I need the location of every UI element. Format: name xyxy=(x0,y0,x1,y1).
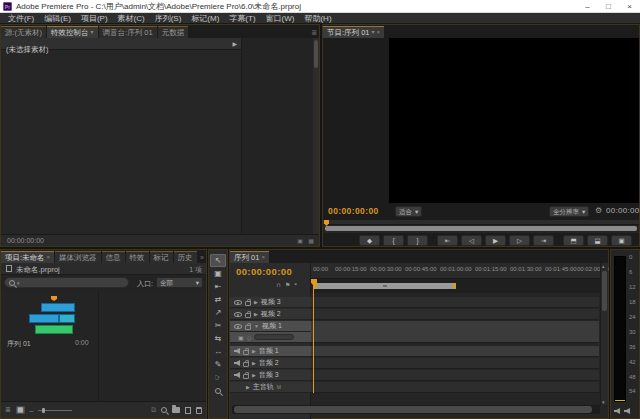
toggle-track-output-icon[interactable] xyxy=(234,300,242,305)
program-time-ruler[interactable] xyxy=(323,220,639,225)
tab-markers[interactable]: 标记 xyxy=(150,251,173,263)
settings-wrench-icon[interactable]: ⚙ xyxy=(595,206,602,215)
toggle-track-output-icon[interactable] xyxy=(234,348,240,354)
playback-resolution-select[interactable]: 全分辨率▾ xyxy=(549,206,589,217)
collapse-icon[interactable]: ▶ xyxy=(246,384,250,390)
program-scrollbar[interactable] xyxy=(325,226,637,231)
menu-file[interactable]: 文件(F) xyxy=(3,13,39,23)
extract-button[interactable]: ⬓ xyxy=(587,235,608,246)
menu-sequence[interactable]: 序列(S) xyxy=(150,13,187,23)
menu-edit[interactable]: 编辑(E) xyxy=(39,13,76,23)
step-back-button[interactable]: ◁ xyxy=(461,235,482,246)
lift-button[interactable]: ⬒ xyxy=(563,235,584,246)
collapse-icon[interactable]: ▶ xyxy=(252,372,256,378)
rate-stretch-tool[interactable]: ↗ xyxy=(210,306,226,319)
ecp-clip-header[interactable]: (未选择素材) ▶ xyxy=(1,38,241,50)
tab-info[interactable]: 信息 xyxy=(102,251,125,263)
project-search-input[interactable]: ▾ xyxy=(4,277,129,288)
tab-history[interactable]: 历史 xyxy=(174,251,197,263)
ecp-timeline-area[interactable] xyxy=(241,38,313,234)
sync-lock-icon[interactable] xyxy=(243,350,249,355)
ripple-edit-tool[interactable]: ⇤ xyxy=(210,280,226,293)
collapse-icon[interactable]: ▶ xyxy=(254,299,258,305)
collapse-icon[interactable]: ▶ xyxy=(252,360,256,366)
left-channel-speaker-icon[interactable] xyxy=(614,408,620,414)
timeline-hscrollbar[interactable] xyxy=(232,405,600,414)
export-frame-button[interactable]: ▣ xyxy=(611,235,632,246)
icon-view-button[interactable]: ▦ xyxy=(16,406,25,414)
set-display-style-icon[interactable]: ▣ xyxy=(238,334,244,341)
menu-title[interactable]: 字幕(T) xyxy=(224,13,260,23)
lane-audio-2[interactable] xyxy=(311,358,599,369)
ecp-scrollbar[interactable] xyxy=(313,38,319,234)
timeline-ruler[interactable]: 00:00 00:00:15:00 00:00:30:00 00:00:45:0… xyxy=(311,263,601,279)
track-header-audio-1[interactable]: ▶ 音频 1 xyxy=(230,346,311,357)
track-header-master[interactable]: ▶ 主音轨 M xyxy=(230,382,311,393)
track-header-video-3[interactable]: ▶ 视频 3 xyxy=(230,297,311,308)
timeline-vscrollbar-thumb[interactable] xyxy=(602,271,607,311)
rolling-edit-tool[interactable]: ⇄ xyxy=(210,293,226,306)
collapse-icon[interactable]: ▶ xyxy=(252,348,256,354)
tab-effect-controls[interactable]: 特效控制台▾ xyxy=(47,26,98,38)
timeline-hscrollbar-thumb[interactable] xyxy=(234,406,592,413)
hand-tool[interactable]: ☞ xyxy=(210,371,226,384)
snap-toggle-button[interactable]: ∩ xyxy=(276,281,281,288)
minimize-button[interactable]: – xyxy=(577,0,598,13)
work-area-end-handle[interactable] xyxy=(453,283,456,289)
close-tab-icon[interactable]: × xyxy=(261,252,265,263)
tab-audio-mixer[interactable]: 调音台:序列 01 xyxy=(99,26,157,38)
slip-tool[interactable]: ⇆ xyxy=(210,332,226,345)
track-header-video-2[interactable]: ▶ 视频 2 xyxy=(230,309,311,320)
encore-marker-button[interactable]: ⚑ xyxy=(285,281,290,288)
automate-to-sequence-button[interactable]: ⧉ xyxy=(151,406,156,414)
go-to-out-button[interactable]: ⇥ xyxy=(533,235,554,246)
new-bin-button[interactable] xyxy=(172,407,180,413)
menu-project[interactable]: 项目(P) xyxy=(76,13,113,23)
new-item-button[interactable] xyxy=(185,407,191,414)
tab-effects[interactable]: 特效 xyxy=(126,251,149,263)
mark-out-button[interactable]: } xyxy=(407,235,428,246)
close-tab-icon[interactable]: × xyxy=(377,27,381,38)
tab-source-monitor[interactable]: 源:(无素材) xyxy=(1,26,46,38)
maximize-button[interactable]: □ xyxy=(598,0,619,13)
sync-lock-icon[interactable] xyxy=(243,374,249,379)
tab-program-monitor[interactable]: 节目:序列 01 ▾ × xyxy=(323,26,384,38)
close-button[interactable]: × xyxy=(619,0,640,13)
timeline-vscrollbar[interactable]: ▴ ▾ xyxy=(600,263,608,405)
lane-video-1[interactable] xyxy=(311,321,599,343)
sync-lock-icon[interactable] xyxy=(243,362,249,367)
tab-project[interactable]: 项目:未命名× xyxy=(1,251,54,263)
tab-overflow-icon[interactable]: » xyxy=(200,253,204,262)
ecp-scrollbar-thumb[interactable] xyxy=(314,40,318,68)
razor-tool[interactable]: ✂ xyxy=(210,319,226,332)
right-channel-speaker-icon[interactable] xyxy=(624,408,630,414)
lane-master[interactable] xyxy=(311,382,599,393)
toggle-track-output-icon[interactable] xyxy=(234,372,240,378)
sync-lock-icon[interactable] xyxy=(245,325,251,330)
menu-marker[interactable]: 标记(M) xyxy=(186,13,224,23)
lane-audio-3[interactable] xyxy=(311,370,599,381)
slide-tool[interactable]: ↔ xyxy=(210,345,226,358)
ecp-play-audio-icon[interactable]: ▣ xyxy=(297,237,303,244)
list-view-button[interactable]: ≣ xyxy=(5,406,11,414)
track-header-audio-3[interactable]: ▶ 音频 3 xyxy=(230,370,311,381)
show-keyframes-icon[interactable]: ◇ xyxy=(247,334,252,341)
play-button[interactable]: ▶ xyxy=(485,235,506,246)
scroll-down-icon[interactable]: ▾ xyxy=(602,399,605,405)
sync-lock-icon[interactable] xyxy=(245,313,251,318)
go-to-in-button[interactable]: ⇤ xyxy=(437,235,458,246)
panel-menu-icon[interactable]: ≣ xyxy=(311,28,317,37)
tab-media-browser[interactable]: 媒体浏览器 xyxy=(55,251,101,263)
zoom-level-select[interactable]: 适合▾ xyxy=(395,206,422,217)
timeline-timecode[interactable]: 00:00:00:00 xyxy=(236,266,292,277)
sync-lock-icon[interactable] xyxy=(245,301,251,306)
selection-tool[interactable]: ↖ xyxy=(210,254,226,267)
toggle-track-output-icon[interactable] xyxy=(234,360,240,366)
sequence-item-name[interactable]: 序列 01 xyxy=(7,339,31,349)
add-marker-button[interactable]: ◆ xyxy=(359,235,380,246)
pen-tool[interactable]: ✎ xyxy=(210,358,226,371)
clear-button[interactable] xyxy=(196,407,202,414)
toggle-track-output-icon[interactable] xyxy=(234,324,242,329)
scroll-up-icon[interactable]: ▴ xyxy=(602,263,605,269)
expand-icon[interactable]: ▼ xyxy=(254,323,259,329)
